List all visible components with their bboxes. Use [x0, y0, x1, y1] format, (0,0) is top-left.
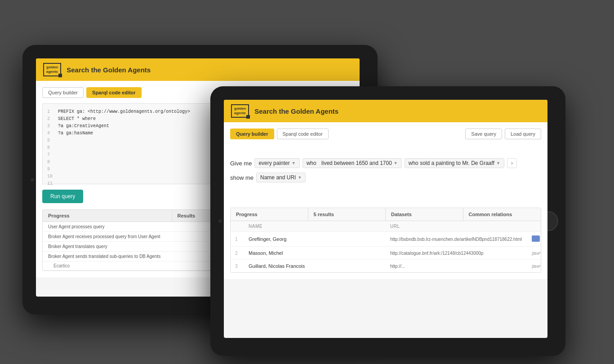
- result-url-1[interactable]: http://bsbndb.bsb.lrz-muenchen.de/artike…: [386, 233, 527, 245]
- condition2-arrow: ▼: [496, 161, 500, 165]
- result-source-2: {BnF: [527, 247, 541, 259]
- results-tabs: Progress 5 results Datasets Common relat…: [231, 208, 541, 221]
- bsb-icon: [532, 235, 540, 242]
- bnf-badge-2: {BnF: [532, 251, 541, 256]
- results-col-header: NAME URL: [231, 221, 541, 232]
- run-query-button[interactable]: Run query: [42, 190, 83, 203]
- col-name: NAME: [244, 221, 386, 231]
- col-source: [527, 221, 541, 231]
- app-title-front: Search the Golden Agents: [254, 107, 338, 115]
- result-row-3: 3 Guillard, Nicolas Francois http://... …: [231, 260, 541, 272]
- result-source-1: [527, 232, 541, 246]
- result-row-1: 1 Greflinger, Georg http://bsbndb.bsb.lr…: [231, 232, 541, 247]
- result-name-2[interactable]: Masson, Michel: [244, 247, 386, 259]
- tab-progress[interactable]: Progress: [231, 208, 308, 221]
- tabs-row-front: Query builder Sparql code editor Save qu…: [230, 129, 541, 139]
- bnf-badge-3: {BnF: [532, 264, 541, 269]
- col-num: [231, 221, 244, 231]
- result-name-1[interactable]: Greflinger, Georg: [244, 233, 386, 245]
- progress-col: Progress: [43, 210, 172, 222]
- query-nav-button[interactable]: ›: [507, 158, 517, 168]
- camera-dot-front: [218, 219, 222, 223]
- front-tablet: golden agents Search the Golden Agents Q…: [210, 86, 565, 356]
- result-url-3[interactable]: http://...: [386, 260, 527, 272]
- query-builder-area: Give me every painter ▼ who lived betwee…: [230, 145, 541, 208]
- show-dropdown[interactable]: Name and URI ▼: [256, 173, 306, 182]
- result-url-2[interactable]: http://catalogue.bnf.fr/ark:/12148/cb124…: [386, 247, 527, 259]
- logo-back: golden agents: [43, 63, 61, 76]
- condition2-dropdown[interactable]: who sold a painting to Mr. De Graaff ▼: [405, 158, 504, 168]
- results-section: Progress 5 results Datasets Common relat…: [230, 208, 541, 273]
- result-name-3[interactable]: Guillard, Nicolas Francois: [244, 260, 386, 272]
- show-arrow: ▼: [298, 175, 302, 180]
- tab-query-builder-front[interactable]: Query builder: [230, 129, 274, 139]
- give-me-label: Give me: [230, 160, 252, 167]
- tab-datasets[interactable]: Datasets: [386, 208, 463, 221]
- query-line-2: show me Name and URI ▼: [230, 173, 541, 182]
- result-num-2: 2: [231, 247, 244, 259]
- entity-dropdown-arrow: ▼: [292, 161, 296, 165]
- condition1-dropdown[interactable]: who lived between 1650 and 1700 ▼: [303, 158, 402, 168]
- tab-sparql-back[interactable]: Sparql code editor: [86, 87, 142, 98]
- load-query-front[interactable]: Load query: [505, 129, 541, 139]
- app-title-back: Search the Golden Agents: [67, 66, 151, 74]
- tab-results[interactable]: 5 results: [308, 208, 386, 221]
- camera-dot-back: [31, 178, 34, 182]
- front-screen: golden agents Search the Golden Agents Q…: [224, 100, 547, 338]
- app-header-back: golden agents Search the Golden Agents: [36, 58, 360, 81]
- result-num-3: 3: [231, 260, 244, 272]
- result-num-1: 1: [231, 233, 244, 245]
- col-url: URL: [386, 221, 527, 231]
- show-me-label: show me: [230, 174, 254, 181]
- result-row-2: 2 Masson, Michel http://catalogue.bnf.fr…: [231, 247, 541, 260]
- condition1-arrow: ▼: [394, 161, 398, 165]
- entity-dropdown[interactable]: every painter ▼: [254, 158, 299, 168]
- tab-sparql-front[interactable]: Sparql code editor: [277, 129, 329, 139]
- tab-query-builder-back[interactable]: Query builder: [42, 87, 84, 98]
- query-line-1: Give me every painter ▼ who lived betwee…: [230, 158, 541, 168]
- save-query-front[interactable]: Save query: [465, 129, 502, 139]
- app-header-front: golden agents Search the Golden Agents: [224, 100, 547, 122]
- result-source-3: {BnF: [527, 260, 541, 272]
- logo-front: golden agents: [231, 104, 249, 117]
- tab-common-relations[interactable]: Common relations: [463, 208, 541, 221]
